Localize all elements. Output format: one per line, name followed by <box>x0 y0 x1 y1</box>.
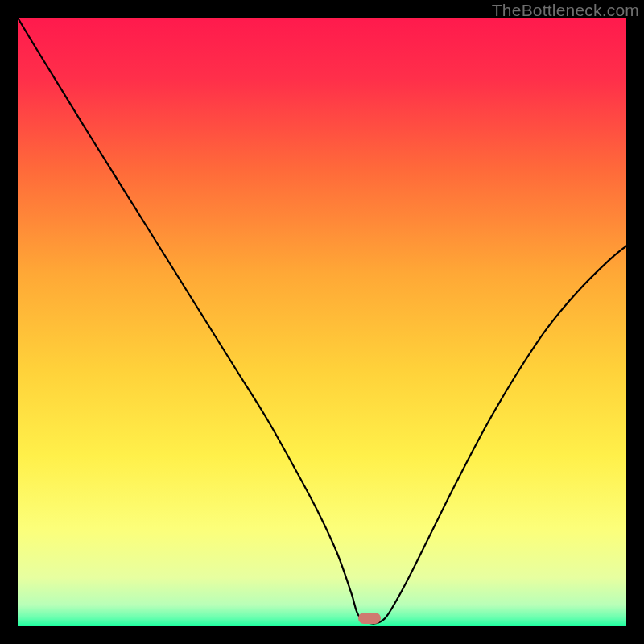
bottleneck-curve <box>18 18 626 626</box>
chart-frame: TheBottleneck.com <box>0 0 644 644</box>
optimal-marker <box>358 613 381 624</box>
plot-area <box>18 18 626 626</box>
watermark-text: TheBottleneck.com <box>492 1 639 20</box>
